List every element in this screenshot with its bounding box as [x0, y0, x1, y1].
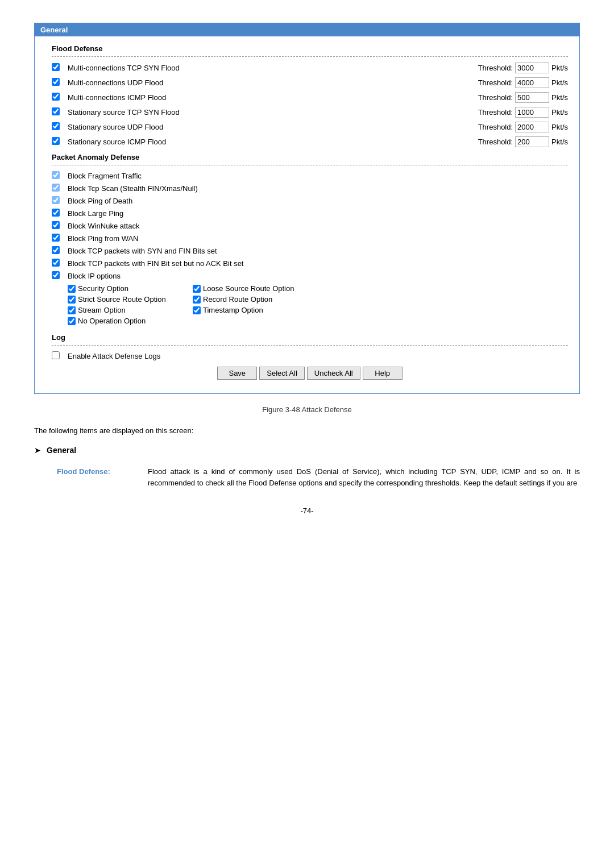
ip-opt-item: Loose Source Route Option: [193, 284, 306, 293]
anomaly-label: Block WinNuke attack: [68, 222, 139, 230]
ip-opt-col1-checkbox-0[interactable]: [68, 285, 76, 293]
flood-label: Multi-connections TCP SYN Flood: [68, 64, 478, 72]
flood-checkbox-3[interactable]: [52, 107, 60, 115]
flood-label: Multi-connections UDP Flood: [68, 78, 478, 87]
threshold-label: Threshold:: [478, 108, 513, 117]
pkt-unit: Pkt/s: [551, 123, 568, 131]
ip-opt-col1-checkbox-3[interactable]: [68, 317, 76, 325]
anomaly-checkbox-8[interactable]: [52, 271, 60, 279]
flood-defense-definition: Flood attack is a kind of commonly used …: [148, 466, 580, 490]
ip-opt-col2-checkbox-2[interactable]: [193, 306, 201, 314]
anomaly-checkbox-2[interactable]: [52, 196, 60, 204]
anomaly-row: Block Fragment Traffic: [52, 171, 568, 181]
anomaly-row: Block WinNuke attack: [52, 221, 568, 231]
flood-label: Stationary source ICMP Flood: [68, 138, 478, 146]
ip-opt-col2-checkbox-0[interactable]: [193, 285, 201, 293]
threshold-input-2[interactable]: [515, 92, 549, 103]
flood-label: Stationary source TCP SYN Flood: [68, 108, 478, 117]
flood-row: Stationary source UDP Flood Threshold: P…: [52, 122, 568, 132]
log-title: Log: [52, 333, 568, 342]
ip-opt-item: Security Option: [68, 284, 181, 293]
flood-row: Multi-connections UDP Flood Threshold: P…: [52, 77, 568, 88]
flood-checkbox-2[interactable]: [52, 93, 60, 101]
ip-options-row: No Operation Option: [68, 317, 568, 325]
flood-defense-title: Flood Defense: [52, 44, 568, 53]
anomaly-row: Block Ping from WAN: [52, 234, 568, 243]
anomaly-label: Block Fragment Traffic: [68, 172, 142, 180]
anomaly-label: Block Tcp Scan (Stealth FIN/Xmas/Null): [68, 184, 198, 193]
threshold-input-4[interactable]: [515, 122, 549, 132]
section-header: General: [35, 23, 579, 36]
pkt-unit: Pkt/s: [551, 78, 568, 87]
flood-row: Stationary source ICMP Flood Threshold: …: [52, 136, 568, 147]
threshold-label: Threshold:: [478, 64, 513, 72]
flood-checkbox-1[interactable]: [52, 78, 60, 86]
ip-opt-item: Strict Source Route Option: [68, 295, 181, 304]
threshold-label: Threshold:: [478, 138, 513, 146]
flood-checkbox-5[interactable]: [52, 137, 60, 145]
select-all-button[interactable]: Select All: [259, 367, 304, 380]
flood-row: Multi-connections TCP SYN Flood Threshol…: [52, 63, 568, 73]
ip-opt-label: Timestamp Option: [203, 306, 263, 314]
ip-options-row: Security OptionLoose Source Route Option: [68, 284, 568, 293]
ip-opt-col1-checkbox-2[interactable]: [68, 306, 76, 314]
threshold-input-3[interactable]: [515, 107, 549, 118]
flood-row: Stationary source TCP SYN Flood Threshol…: [52, 107, 568, 118]
enable-attack-defense-logs-checkbox[interactable]: [52, 351, 60, 359]
flood-label: Multi-connections ICMP Flood: [68, 93, 478, 102]
anomaly-row: Block Large Ping: [52, 209, 568, 218]
uncheck-all-button[interactable]: Uncheck All: [307, 367, 360, 380]
page-number: -74-: [34, 506, 580, 515]
anomaly-label: Block IP options: [68, 272, 121, 280]
anomaly-label: Block TCP packets with SYN and FIN Bits …: [68, 247, 217, 255]
anomaly-checkbox-0[interactable]: [52, 171, 60, 179]
ip-opt-label: Loose Source Route Option: [203, 284, 294, 293]
ip-opt-label: Strict Source Route Option: [78, 295, 166, 304]
enable-attack-defense-logs-label: Enable Attack Defense Logs: [68, 352, 160, 360]
anomaly-checkbox-6[interactable]: [52, 246, 60, 254]
threshold-input-1[interactable]: [515, 77, 549, 88]
packet-anomaly-title: Packet Anomaly Defense: [52, 153, 568, 161]
anomaly-label: Block Ping of Death: [68, 197, 132, 205]
ip-opt-label: Record Route Option: [203, 295, 272, 304]
figure-caption: Figure 3-48 Attack Defense: [34, 405, 580, 414]
save-button[interactable]: Save: [217, 367, 257, 380]
flood-checkbox-4[interactable]: [52, 122, 60, 130]
anomaly-row: Block IP options: [52, 271, 568, 281]
anomaly-row: Block TCP packets with SYN and FIN Bits …: [52, 246, 568, 256]
anomaly-row: Block Ping of Death: [52, 196, 568, 206]
anomaly-checkbox-5[interactable]: [52, 234, 60, 242]
anomaly-row: Block Tcp Scan (Stealth FIN/Xmas/Null): [52, 184, 568, 193]
ip-options-row: Strict Source Route OptionRecord Route O…: [68, 295, 568, 304]
help-button[interactable]: Help: [363, 367, 403, 380]
general-section-heading: General: [47, 446, 76, 455]
anomaly-checkbox-1[interactable]: [52, 184, 60, 192]
anomaly-label: Block TCP packets with FIN Bit set but n…: [68, 259, 243, 268]
pkt-unit: Pkt/s: [551, 64, 568, 72]
anomaly-row: Block TCP packets with FIN Bit set but n…: [52, 259, 568, 268]
anomaly-checkbox-7[interactable]: [52, 259, 60, 267]
flood-defense-term: Flood Defense:: [57, 466, 148, 490]
anomaly-checkbox-4[interactable]: [52, 221, 60, 229]
ip-opt-item: Timestamp Option: [193, 306, 306, 314]
threshold-input-0[interactable]: [515, 63, 549, 73]
threshold-label: Threshold:: [478, 78, 513, 87]
anomaly-label: Block Large Ping: [68, 209, 123, 218]
ip-opt-col2-checkbox-1[interactable]: [193, 296, 201, 304]
anomaly-label: Block Ping from WAN: [68, 234, 139, 243]
threshold-label: Threshold:: [478, 93, 513, 102]
body-text: The following items are displayed on thi…: [34, 425, 580, 437]
ip-opt-label: No Operation Option: [78, 317, 146, 325]
flood-checkbox-0[interactable]: [52, 63, 60, 71]
ip-opt-label: Stream Option: [78, 306, 126, 314]
pkt-unit: Pkt/s: [551, 138, 568, 146]
ip-opt-col1-checkbox-1[interactable]: [68, 296, 76, 304]
anomaly-checkbox-3[interactable]: [52, 209, 60, 217]
pkt-unit: Pkt/s: [551, 93, 568, 102]
ip-opt-item: Record Route Option: [193, 295, 306, 304]
ip-options-row: Stream OptionTimestamp Option: [68, 306, 568, 314]
flood-label: Stationary source UDP Flood: [68, 123, 478, 131]
threshold-input-5[interactable]: [515, 136, 549, 147]
flood-row: Multi-connections ICMP Flood Threshold: …: [52, 92, 568, 103]
pkt-unit: Pkt/s: [551, 108, 568, 117]
